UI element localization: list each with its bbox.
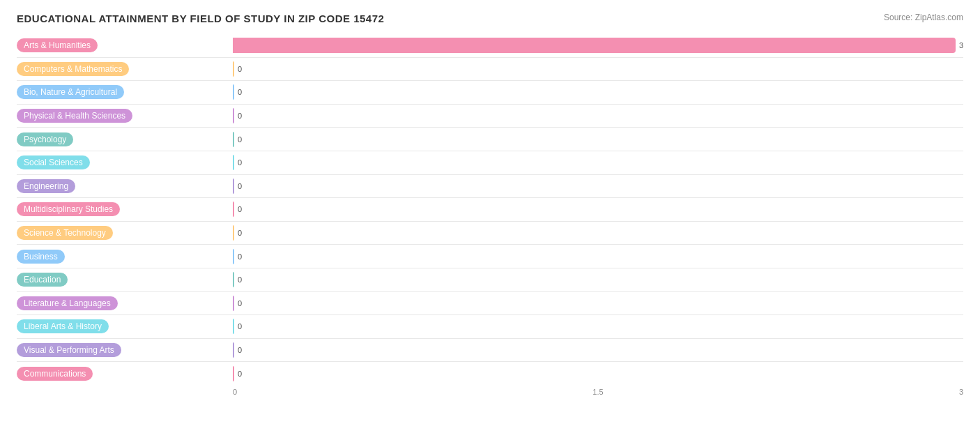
bar-label-area: Computers & Mathematics [17, 62, 233, 76]
bar-fill [233, 132, 234, 147]
bar-label-area: Physical & Health Sciences [17, 109, 233, 123]
bar-label-text: Social Sciences [17, 155, 90, 169]
bar-fill [233, 84, 234, 100]
x-axis-label: 1.5 [237, 388, 959, 396]
bar-fill [233, 342, 234, 358]
bar-graph-area: 0 [233, 315, 963, 338]
bar-fill [233, 61, 234, 77]
bar-fill [233, 249, 234, 264]
bar-fill [233, 225, 234, 241]
header-row: EDUCATIONAL ATTAINMENT BY FIELD OF STUDY… [17, 13, 963, 24]
bar-row: Communications0 [17, 362, 963, 385]
bar-label-area: Engineering [17, 179, 233, 193]
bar-graph-area: 0 [233, 362, 963, 385]
bar-value-label: 0 [238, 322, 242, 331]
bar-label-area: Science & Technology [17, 226, 233, 240]
bar-fill [233, 108, 234, 123]
bar-label-area: Business [17, 250, 233, 264]
bar-row: Engineering0 [17, 175, 963, 199]
bar-label-text: Visual & Performing Arts [17, 343, 121, 357]
bar-label-area: Education [17, 273, 233, 287]
bar-graph-area: 0 [233, 58, 963, 81]
bar-row: Liberal Arts & History0 [17, 315, 963, 339]
bar-value-label: 0 [238, 65, 242, 73]
bar-label-text: Bio, Nature & Agricultural [17, 85, 124, 99]
bar-label-text: Physical & Health Sciences [17, 109, 132, 123]
bar-row: Bio, Nature & Agricultural0 [17, 81, 963, 105]
bar-row: Literature & Languages0 [17, 292, 963, 316]
bar-label-area: Liberal Arts & History [17, 319, 233, 333]
bar-value-label: 0 [238, 370, 242, 378]
x-axis-label: 3 [959, 388, 963, 396]
bar-label-text: Multidisciplinary Studies [17, 202, 120, 216]
bar-row: Physical & Health Sciences0 [17, 105, 963, 128]
bar-label-text: Arts & Humanities [17, 38, 98, 52]
bar-label-text: Engineering [17, 179, 75, 193]
bar-graph-area: 0 [233, 339, 963, 362]
bar-row: Education0 [17, 268, 963, 292]
bar-graph-area: 0 [233, 292, 963, 315]
bar-row: Social Sciences0 [17, 151, 963, 175]
bar-value-label: 0 [238, 205, 242, 213]
bar-fill [233, 319, 234, 334]
bar-row: Visual & Performing Arts0 [17, 339, 963, 363]
bar-graph-area: 0 [233, 128, 963, 151]
bar-label-text: Communications [17, 367, 93, 381]
bar-fill [233, 38, 956, 53]
chart-title: EDUCATIONAL ATTAINMENT BY FIELD OF STUDY… [17, 13, 384, 24]
bar-value-label: 0 [238, 135, 242, 144]
bar-row: Business0 [17, 245, 963, 268]
bar-label-text: Science & Technology [17, 226, 113, 240]
bar-graph-area: 0 [233, 105, 963, 128]
bar-fill [233, 366, 234, 381]
bar-row: Multidisciplinary Studies0 [17, 198, 963, 222]
bar-value-label: 0 [238, 182, 242, 190]
bar-label-area: Literature & Languages [17, 296, 233, 310]
bar-fill [233, 155, 234, 170]
bar-graph-area: 0 [233, 175, 963, 198]
x-axis: 01.53 [17, 388, 963, 396]
bar-graph-area: 0 [233, 268, 963, 291]
bar-graph-area: 0 [233, 222, 963, 245]
bar-graph-area: 0 [233, 151, 963, 174]
bar-row: Psychology0 [17, 128, 963, 151]
bar-label-area: Bio, Nature & Agricultural [17, 85, 233, 99]
bar-fill [233, 272, 234, 287]
bar-graph-area: 0 [233, 81, 963, 104]
bar-value-label: 0 [238, 346, 242, 354]
bar-fill [233, 202, 234, 217]
bar-row: Arts & Humanities3 [17, 34, 963, 58]
bar-value-label: 0 [238, 158, 242, 167]
bar-graph-area: 0 [233, 245, 963, 268]
bar-fill [233, 179, 234, 194]
bar-label-text: Education [17, 273, 68, 287]
bar-label-text: Literature & Languages [17, 296, 118, 310]
bar-value-label: 0 [238, 252, 242, 261]
bar-value-label: 0 [238, 229, 242, 237]
bar-label-text: Psychology [17, 132, 73, 146]
bar-value-label: 0 [238, 275, 242, 284]
chart-area: Arts & Humanities3Computers & Mathematic… [17, 34, 963, 385]
bar-label-text: Liberal Arts & History [17, 319, 109, 333]
bar-value-label: 0 [238, 299, 242, 308]
bar-graph-area: 0 [233, 198, 963, 221]
source-text: Source: ZipAtlas.com [884, 13, 963, 22]
bar-fill [233, 296, 234, 311]
chart-container: EDUCATIONAL ATTAINMENT BY FIELD OF STUDY… [0, 0, 980, 440]
bar-label-area: Social Sciences [17, 155, 233, 169]
bar-value-label: 0 [238, 88, 242, 96]
bar-value-label: 0 [238, 112, 242, 120]
bar-label-text: Business [17, 250, 65, 264]
bar-graph-area: 3 [233, 34, 963, 57]
bar-label-area: Arts & Humanities [17, 38, 233, 52]
bar-label-area: Visual & Performing Arts [17, 343, 233, 357]
bar-row: Science & Technology0 [17, 222, 963, 245]
bar-label-area: Psychology [17, 132, 233, 146]
bar-label-text: Computers & Mathematics [17, 62, 129, 76]
bar-row: Computers & Mathematics0 [17, 58, 963, 82]
bar-label-area: Communications [17, 367, 233, 381]
bar-label-area: Multidisciplinary Studies [17, 202, 233, 216]
bar-value-label: 3 [959, 41, 963, 50]
